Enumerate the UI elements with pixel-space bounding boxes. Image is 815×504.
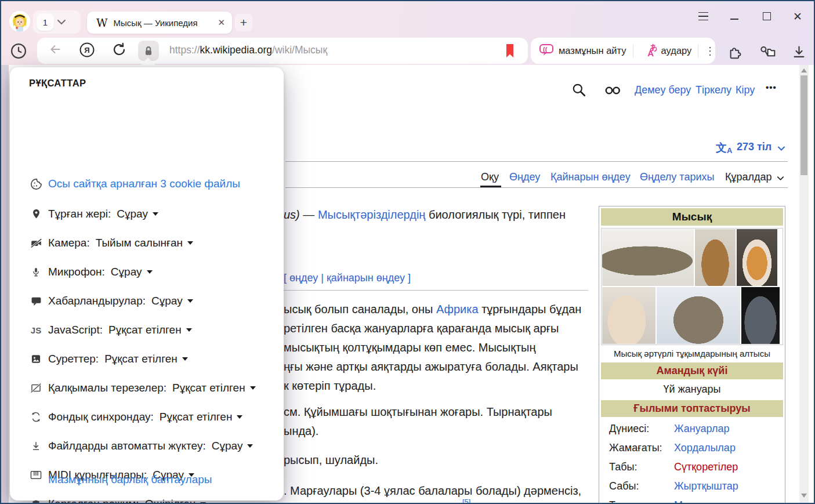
active-tab[interactable]: W Мысық — Уикипедия ✕ xyxy=(87,12,232,34)
back-button[interactable] xyxy=(48,42,63,59)
scroll-down-arrow[interactable] xyxy=(801,494,807,498)
tab-history[interactable]: Өңделу тарихы xyxy=(640,171,714,183)
felidae-link[interactable]: Мысықтәрізділердің xyxy=(318,208,425,221)
chevron-down-icon[interactable] xyxy=(776,143,787,154)
taxon-link[interactable]: Мысықтар xyxy=(674,499,724,504)
tab-read[interactable]: Оқу xyxy=(481,171,499,183)
history-button[interactable] xyxy=(10,42,27,62)
dropdown-arrow-icon[interactable] xyxy=(147,270,153,274)
cat-photo[interactable] xyxy=(695,229,736,286)
tab-edit[interactable]: Өңдеу xyxy=(509,171,540,183)
taxon-link[interactable]: Хордалылар xyxy=(674,442,736,454)
dropdown-arrow-icon[interactable] xyxy=(182,357,188,361)
scrollbar-thumb[interactable] xyxy=(800,75,807,175)
dropdown-arrow-icon[interactable] xyxy=(187,241,193,245)
passwords-button[interactable] xyxy=(759,44,776,62)
permission-value-dropdown[interactable]: Рұқсат етілген xyxy=(104,353,178,365)
javascript-icon: JS xyxy=(29,323,43,337)
wiki-search-button[interactable] xyxy=(571,82,586,100)
new-tab-button[interactable]: + xyxy=(235,14,252,31)
dropdown-arrow-icon[interactable] xyxy=(186,328,192,332)
permission-value-dropdown[interactable]: Сұрау xyxy=(111,266,142,278)
taxon-link[interactable]: Жыртқыштар xyxy=(674,480,738,492)
permission-row-camera: Камера: Тыйым салынған xyxy=(29,235,193,251)
menu-hamburger-icon[interactable] xyxy=(697,9,709,23)
url-text[interactable]: https://kk.wikipedia.org/wiki/Мысық xyxy=(169,44,327,56)
dropdown-arrow-icon[interactable] xyxy=(187,299,193,303)
africa-link[interactable]: Африка xyxy=(436,303,479,316)
permission-value-dropdown[interactable]: Сұрау xyxy=(117,208,148,220)
permission-value-dropdown[interactable]: Рұқсат етілген xyxy=(108,324,182,336)
more-actions-icon[interactable]: ⋮ xyxy=(705,48,715,54)
wiki-more-menu[interactable]: ••• xyxy=(766,82,777,92)
all-content-settings-link[interactable]: Мазмұнның барлық баптаулары xyxy=(48,473,212,486)
read-aloud-button[interactable]: мазмұнын айту xyxy=(559,45,626,56)
bookmark-flag-button[interactable] xyxy=(505,43,515,61)
shield-icon xyxy=(29,497,43,504)
chrome-left-strip xyxy=(1,65,9,504)
tab-edit-source[interactable]: Қайнарын өңдеу xyxy=(550,171,631,183)
translate-icon: Aあ xyxy=(647,44,657,58)
taxonomy-header: Ғылыми топтастыруы xyxy=(601,400,783,417)
taxon-link[interactable]: Жануарлар xyxy=(674,423,730,435)
refresh-button[interactable] xyxy=(111,42,127,60)
permission-value-dropdown[interactable]: Тыйым салынған xyxy=(96,237,183,249)
tab-group-control[interactable]: 1 xyxy=(33,10,81,34)
tabs-divider xyxy=(285,187,788,188)
title-divider xyxy=(285,161,788,162)
section-divider xyxy=(284,290,588,291)
taxonomy-row: Тұқымдасы: Мысықтар xyxy=(601,496,783,504)
permission-value-dropdown[interactable]: Рұқсат етілген xyxy=(172,382,245,394)
language-selector-button[interactable]: 273 тіл xyxy=(737,141,771,153)
cookies-link[interactable]: Осы сайтқа арналған 3 cookie файлы xyxy=(48,177,240,190)
dropdown-arrow-icon[interactable] xyxy=(250,386,256,390)
permission-row-popups: Қалқымалы терезелер: Рұқсат етілген xyxy=(29,380,256,396)
chevron-down-icon[interactable] xyxy=(776,173,785,183)
read-aloud-icon: (( xyxy=(539,42,554,60)
wiki-appearance-button[interactable] xyxy=(604,85,622,98)
article-line: к көтеріп тұрады. xyxy=(284,379,376,393)
maximize-button[interactable] xyxy=(761,9,773,23)
conservation-status-value: Үй жануары xyxy=(601,382,783,400)
taxonomy-row: Сабы: Жыртқыштар xyxy=(601,477,783,496)
cat-photo[interactable] xyxy=(602,229,694,286)
tab-close-icon[interactable]: ✕ xyxy=(218,17,225,28)
extensions-button[interactable] xyxy=(727,44,743,62)
notifications-icon xyxy=(29,294,43,308)
chevron-down-icon[interactable] xyxy=(54,10,69,34)
permission-value-dropdown[interactable]: Сұрау xyxy=(151,295,183,307)
tab-tools[interactable]: Құралдар xyxy=(725,171,772,183)
yandex-services-button[interactable]: Я xyxy=(79,42,95,60)
search-icon xyxy=(571,82,586,97)
taxon-link-red[interactable]: Сүтқоретілер xyxy=(674,461,738,473)
close-button[interactable]: ✕ xyxy=(792,9,803,23)
scroll-up-arrow[interactable] xyxy=(801,68,807,72)
downloads-button[interactable] xyxy=(791,44,807,62)
infobox-title: Мысық xyxy=(601,208,783,226)
wiki-donate-link[interactable]: Демеу беру xyxy=(635,84,691,96)
cat-photo[interactable] xyxy=(741,287,780,344)
cat-photo[interactable] xyxy=(657,287,740,344)
article-line: рысып, шулайды. xyxy=(284,454,378,467)
section-edit-links[interactable]: [ өңдеу | қайнарын өңдеу ] xyxy=(284,272,411,284)
clock-icon xyxy=(10,42,27,60)
cat-photo[interactable] xyxy=(602,287,655,344)
key-folder-icon xyxy=(759,44,776,60)
profile-avatar[interactable] xyxy=(9,11,30,32)
reference-link[interactable]: [5] xyxy=(462,498,470,504)
dropdown-arrow-icon[interactable] xyxy=(237,415,242,419)
dropdown-arrow-icon[interactable] xyxy=(153,212,158,216)
popup-window-icon xyxy=(29,381,43,395)
minimize-button[interactable] xyxy=(729,9,740,23)
dropdown-arrow-icon[interactable] xyxy=(247,444,253,448)
permission-value-dropdown[interactable]: Рұқсат етілген xyxy=(160,411,233,423)
tab-count-badge[interactable]: 1 xyxy=(37,13,54,31)
translate-button[interactable]: аудару xyxy=(661,45,692,56)
cat-photo[interactable] xyxy=(737,229,777,286)
refresh-icon xyxy=(111,42,127,57)
article-intro-line: us) — Мысықтәрізділердің биологиялық түр… xyxy=(284,208,566,222)
permission-value-dropdown[interactable]: Сұрау xyxy=(212,440,243,452)
wiki-register-link[interactable]: Тіркелу xyxy=(696,84,731,96)
wiki-login-link[interactable]: Кіру xyxy=(736,84,755,96)
permission-value-dropdown[interactable]: Өшірілген xyxy=(145,498,196,504)
